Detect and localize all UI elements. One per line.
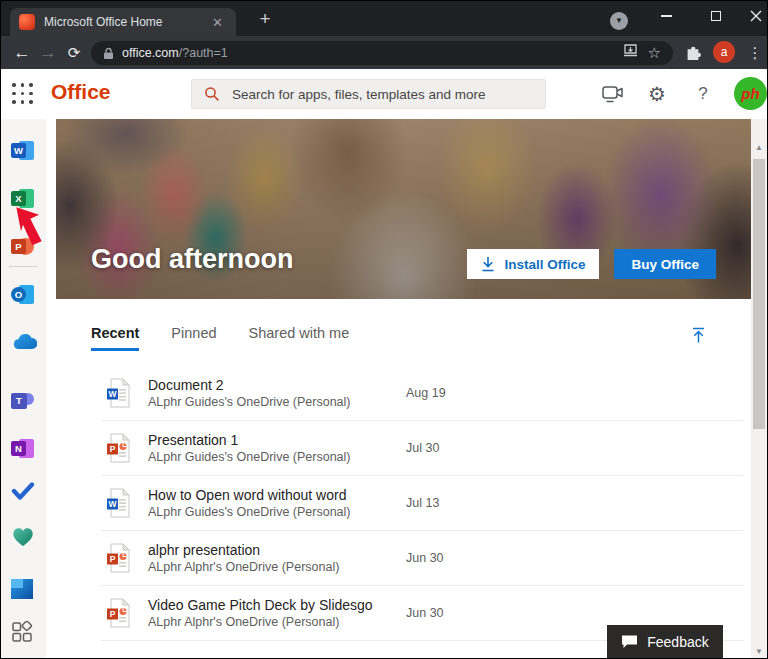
sidebar-item-outlook[interactable]: O	[11, 283, 35, 307]
powerpoint-file-icon: P	[106, 433, 132, 463]
sidebar-item-onedrive[interactable]	[11, 333, 35, 357]
settings-button[interactable]: ⚙	[643, 80, 671, 108]
scrollbar-thumb[interactable]	[753, 159, 765, 429]
red-arrow-icon	[14, 206, 48, 246]
svg-text:W: W	[108, 499, 117, 509]
file-date: Jul 13	[406, 496, 439, 510]
teams-icon: T	[11, 389, 35, 413]
tab-shared-with-me[interactable]: Shared with me	[249, 325, 350, 351]
upload-button[interactable]	[691, 327, 706, 348]
meet-camera-icon	[602, 85, 624, 103]
sidebar-item-todo[interactable]	[11, 481, 35, 505]
puzzle-icon	[684, 43, 702, 61]
back-button[interactable]: ←	[9, 40, 35, 66]
feedback-label: Feedback	[647, 634, 708, 650]
search-bar[interactable]	[191, 79, 546, 109]
search-input[interactable]	[232, 87, 533, 102]
file-title: Video Game Pitch Deck by Slidesgo	[148, 597, 373, 613]
file-date: Jul 30	[406, 441, 439, 455]
file-row-presentation-1[interactable]: P Presentation 1 ALphr Guides's OneDrive…	[56, 421, 751, 475]
sidebar-item-word[interactable]: W	[11, 139, 35, 163]
file-location: ALphr Guides's OneDrive (Personal)	[148, 505, 350, 519]
scrollbar-down-arrow[interactable]: ▼	[751, 647, 767, 656]
browser-menu-button[interactable]: ⋮	[745, 40, 765, 66]
word-file-icon: W	[106, 488, 132, 518]
browser-tab[interactable]: Microsoft Office Home ✕	[10, 8, 236, 36]
sidebar-divider	[9, 266, 37, 267]
sidebar-item-family-safety[interactable]	[11, 526, 35, 550]
browser-window: Microsoft Office Home ✕ + ▼ ← → ⟳ office…	[0, 0, 768, 659]
sidebar-item-teams[interactable]: T	[11, 389, 35, 413]
minimize-button[interactable]	[646, 1, 686, 31]
app-launcher-button[interactable]	[12, 83, 34, 105]
new-tab-button[interactable]: +	[253, 7, 277, 31]
close-icon	[750, 10, 762, 22]
sidebar-item-all-apps[interactable]	[11, 621, 35, 645]
refresh-button[interactable]: ⟳	[61, 40, 87, 66]
address-bar[interactable]: office.com/?auth=1 ☆	[91, 41, 673, 65]
family-safety-heart-icon	[11, 526, 35, 548]
svg-text:P: P	[110, 444, 116, 454]
file-location: ALphr Guides's OneDrive (Personal)	[148, 450, 350, 464]
powerpoint-file-icon: P	[106, 543, 132, 573]
install-office-label: Install Office	[504, 257, 585, 272]
word-file-icon: W	[106, 378, 132, 408]
file-row-document-2[interactable]: W Document 2 ALphr Guides's OneDrive (Pe…	[56, 366, 751, 420]
file-title: How to Open word without word	[148, 487, 350, 503]
extensions-button[interactable]	[684, 43, 702, 65]
file-location: ALphr Alphr's OneDrive (Personal)	[148, 615, 373, 629]
hero-banner: Good afternoon Install Office Buy Office	[56, 119, 751, 299]
maximize-button[interactable]	[696, 1, 736, 31]
page-scrollbar[interactable]: ▲ ▼	[751, 119, 767, 658]
tab-title: Microsoft Office Home	[44, 15, 208, 29]
tab-pinned[interactable]: Pinned	[171, 325, 216, 351]
forward-button[interactable]: →	[35, 40, 61, 66]
file-row-how-to-open[interactable]: W How to Open word without word ALphr Gu…	[56, 476, 751, 530]
install-office-button[interactable]: Install Office	[467, 249, 599, 279]
bookmark-star-icon[interactable]: ☆	[648, 41, 661, 65]
svg-text:P: P	[110, 554, 116, 564]
url-path: /?auth=1	[179, 46, 228, 60]
recent-file-list: W Document 2 ALphr Guides's OneDrive (Pe…	[56, 366, 751, 641]
browser-toolbar: ← → ⟳ office.com/?auth=1 ☆ a ⋮	[1, 36, 767, 69]
file-date: Jun 30	[406, 606, 444, 620]
help-button[interactable]: ?	[689, 80, 717, 108]
all-apps-icon	[11, 621, 33, 643]
todo-check-icon	[11, 481, 35, 501]
file-title: Presentation 1	[148, 432, 350, 448]
feedback-button[interactable]: Feedback	[607, 625, 723, 658]
svg-text:W: W	[108, 389, 117, 399]
buy-office-label: Buy Office	[631, 257, 699, 272]
browser-profile-avatar[interactable]: a	[713, 41, 735, 63]
onedrive-icon	[11, 333, 37, 351]
download-tray-icon	[623, 43, 638, 58]
svg-text:P: P	[110, 609, 116, 619]
file-date: Aug 19	[406, 386, 446, 400]
close-button[interactable]	[736, 1, 768, 31]
file-date: Jun 30	[406, 551, 444, 565]
file-title: alphr presentation	[148, 542, 339, 558]
file-row-alphr-presentation[interactable]: P alphr presentation ALphr Alphr's OneDr…	[56, 531, 751, 585]
sidebar-item-onenote[interactable]: N	[11, 437, 35, 461]
file-location: ALphr Alphr's OneDrive (Personal)	[148, 560, 339, 574]
buy-office-button[interactable]: Buy Office	[614, 249, 716, 279]
sidebar-item-windows-tile[interactable]	[11, 579, 35, 603]
tab-recent[interactable]: Recent	[91, 325, 139, 351]
tab-strip: Microsoft Office Home ✕ + ▼	[1, 1, 767, 36]
meet-now-button[interactable]	[599, 80, 627, 108]
download-icon	[481, 256, 495, 272]
powerpoint-file-icon: P	[106, 598, 132, 628]
account-avatar[interactable]: ph	[734, 77, 767, 110]
file-tabs: Recent Pinned Shared with me	[91, 325, 751, 351]
feedback-bubble-icon	[621, 634, 638, 649]
office-header: Office ⚙ ? ph	[1, 69, 767, 119]
tab-search-button[interactable]: ▼	[610, 12, 628, 30]
scrollbar-up-arrow[interactable]: ▲	[751, 143, 767, 152]
annotation-arrow	[14, 206, 48, 250]
main-content: Good afternoon Install Office Buy Office…	[56, 119, 751, 658]
outlook-icon: O	[11, 283, 35, 307]
tab-close-icon[interactable]: ✕	[208, 14, 227, 31]
office-logo[interactable]: Office	[51, 80, 111, 104]
file-title: Document 2	[148, 377, 350, 393]
install-pwa-icon[interactable]	[623, 41, 638, 65]
